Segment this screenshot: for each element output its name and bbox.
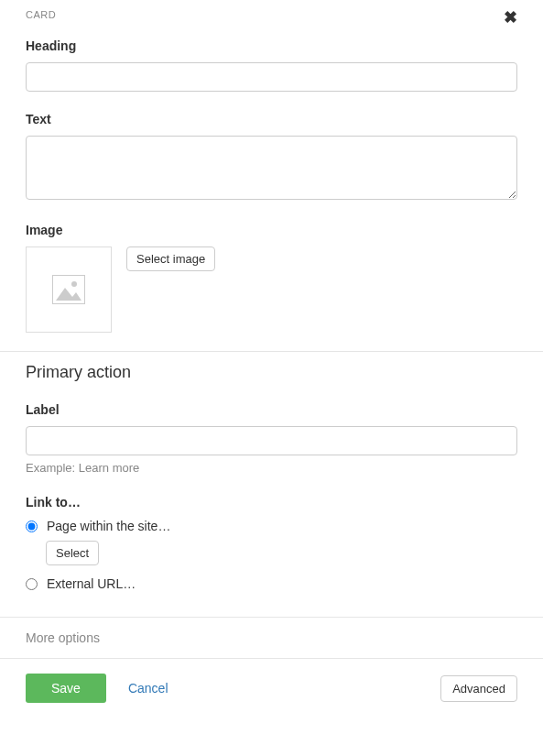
link-to-label: Link to… bbox=[26, 495, 517, 509]
primary-action-section: Primary action Label Example: Learn more… bbox=[0, 352, 543, 617]
more-options-label: More options bbox=[26, 630, 100, 645]
dialog-header: CARD ✖ bbox=[0, 0, 543, 27]
card-fields-section: Heading Text Image Select image bbox=[0, 27, 543, 352]
close-icon[interactable]: ✖ bbox=[504, 9, 518, 26]
label-input[interactable] bbox=[26, 426, 517, 455]
image-field-group: Image Select image bbox=[26, 223, 517, 333]
text-field-group: Text bbox=[26, 112, 517, 203]
dialog-title: CARD bbox=[26, 9, 56, 20]
select-image-button[interactable]: Select image bbox=[126, 247, 215, 271]
svg-marker-2 bbox=[56, 288, 81, 301]
text-textarea[interactable] bbox=[26, 136, 517, 200]
radio-internal-row: Page within the site… bbox=[26, 519, 517, 533]
radio-internal-label[interactable]: Page within the site… bbox=[47, 519, 170, 533]
image-label: Image bbox=[26, 223, 517, 237]
heading-field-group: Heading bbox=[26, 38, 517, 92]
heading-input[interactable] bbox=[26, 62, 517, 92]
radio-external-row: External URL… bbox=[26, 576, 517, 591]
text-label: Text bbox=[26, 112, 517, 126]
label-field-group: Label Example: Learn more bbox=[26, 402, 517, 475]
svg-point-1 bbox=[71, 281, 77, 287]
primary-action-title: Primary action bbox=[26, 363, 517, 382]
radio-internal-sub: Select bbox=[46, 541, 517, 565]
radio-internal[interactable] bbox=[26, 520, 38, 532]
more-options-toggle[interactable]: More options bbox=[0, 617, 543, 659]
radio-external-label[interactable]: External URL… bbox=[47, 576, 136, 591]
radio-external[interactable] bbox=[26, 578, 38, 590]
save-button[interactable]: Save bbox=[26, 674, 106, 703]
image-placeholder-icon bbox=[52, 275, 85, 304]
label-help-text: Example: Learn more bbox=[26, 461, 517, 475]
select-page-button[interactable]: Select bbox=[46, 541, 99, 565]
label-label: Label bbox=[26, 402, 517, 417]
link-to-field-group: Link to… Page within the site… Select Ex… bbox=[26, 495, 517, 591]
cancel-button[interactable]: Cancel bbox=[128, 681, 168, 696]
dialog-footer: Save Cancel Advanced bbox=[0, 659, 543, 718]
card-dialog: CARD ✖ Heading Text Image Select ima bbox=[0, 0, 543, 718]
advanced-button[interactable]: Advanced bbox=[440, 675, 517, 702]
image-placeholder[interactable] bbox=[26, 247, 112, 333]
heading-label: Heading bbox=[26, 38, 517, 53]
image-row: Select image bbox=[26, 247, 517, 333]
